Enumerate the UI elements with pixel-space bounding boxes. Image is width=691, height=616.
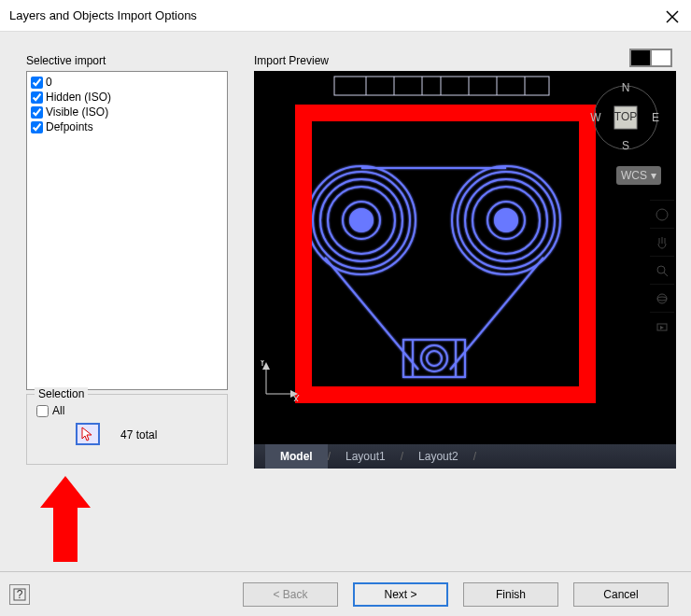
swatch-white[interactable]: [651, 49, 671, 66]
svg-point-42: [657, 297, 667, 301]
svg-marker-2: [82, 427, 92, 441]
preview-label: Import Preview: [254, 54, 676, 67]
tool-fullnav[interactable]: [650, 200, 674, 228]
layer-checkbox-hidden[interactable]: [31, 91, 43, 104]
wcs-badge[interactable]: WCS▾: [616, 166, 661, 185]
layer-name: Visible (ISO): [46, 105, 108, 119]
layer-name: 0: [46, 76, 52, 89]
window-title: Layers and Objects Import Options: [9, 8, 197, 22]
axis-marker: Y X: [259, 360, 300, 401]
svg-text:S: S: [622, 139, 629, 152]
svg-point-38: [656, 209, 668, 220]
tool-zoom[interactable]: [650, 256, 674, 284]
layout-tabs: Model/ Layout1/ Layout2/: [254, 444, 676, 469]
layer-name: Hidden (ISO): [46, 91, 111, 104]
tab-model[interactable]: Model: [265, 444, 328, 469]
tool-orbit[interactable]: [650, 284, 674, 312]
help-icon: ?: [13, 588, 26, 601]
select-all-checkbox[interactable]: [36, 405, 49, 417]
selection-group: Selection All 47 total: [26, 394, 228, 465]
layer-checkbox-0[interactable]: [31, 77, 43, 89]
close-button[interactable]: [661, 6, 684, 28]
background-color-toggle[interactable]: [629, 49, 672, 67]
tool-pan[interactable]: [650, 228, 674, 256]
svg-text:Y: Y: [259, 360, 266, 369]
selection-total: 47 total: [120, 428, 157, 441]
next-button[interactable]: Next >: [353, 582, 448, 607]
cursor-icon: [81, 427, 94, 441]
svg-text:N: N: [622, 82, 630, 94]
layer-checkbox-defpoints[interactable]: [31, 121, 43, 133]
back-button[interactable]: < Back: [243, 582, 338, 607]
select-all-label: All: [52, 404, 64, 417]
layer-checkbox-visible[interactable]: [31, 106, 43, 119]
selection-label: Selection: [35, 387, 88, 400]
preview-viewport[interactable]: N E S W TOP WCS▾: [254, 71, 676, 444]
svg-point-41: [657, 294, 667, 303]
svg-text:?: ?: [17, 588, 23, 601]
tab-layout1[interactable]: Layout1: [331, 444, 401, 469]
finish-button[interactable]: Finish: [463, 582, 558, 607]
pick-objects-button[interactable]: [76, 423, 100, 445]
layer-list[interactable]: 0 Hidden (ISO) Visible (ISO) Defpoints: [26, 71, 228, 390]
svg-point-39: [657, 266, 665, 273]
svg-text:X: X: [292, 393, 300, 401]
svg-line-40: [664, 273, 668, 276]
svg-text:W: W: [590, 111, 601, 124]
layer-name: Defpoints: [46, 120, 93, 133]
svg-marker-44: [660, 326, 664, 329]
layer-row: Defpoints: [31, 119, 223, 134]
red-annotation-frame: [295, 105, 596, 403]
help-button[interactable]: ?: [9, 584, 30, 605]
svg-text:E: E: [652, 111, 659, 124]
layer-row: Visible (ISO): [31, 105, 223, 119]
tab-layout2[interactable]: Layout2: [403, 444, 473, 469]
viewport-toolbar: [650, 200, 674, 340]
layer-row: Hidden (ISO): [31, 90, 223, 105]
tool-showmotion[interactable]: [650, 312, 674, 340]
selective-import-label: Selective import: [26, 54, 233, 67]
view-cube[interactable]: N E S W TOP: [590, 82, 661, 153]
svg-marker-3: [40, 476, 91, 562]
close-icon: [666, 10, 679, 23]
svg-text:TOP: TOP: [614, 110, 637, 123]
red-annotation-arrow: [40, 476, 91, 562]
cancel-button[interactable]: Cancel: [573, 582, 669, 607]
swatch-black[interactable]: [630, 49, 651, 66]
layer-row: 0: [31, 75, 223, 90]
